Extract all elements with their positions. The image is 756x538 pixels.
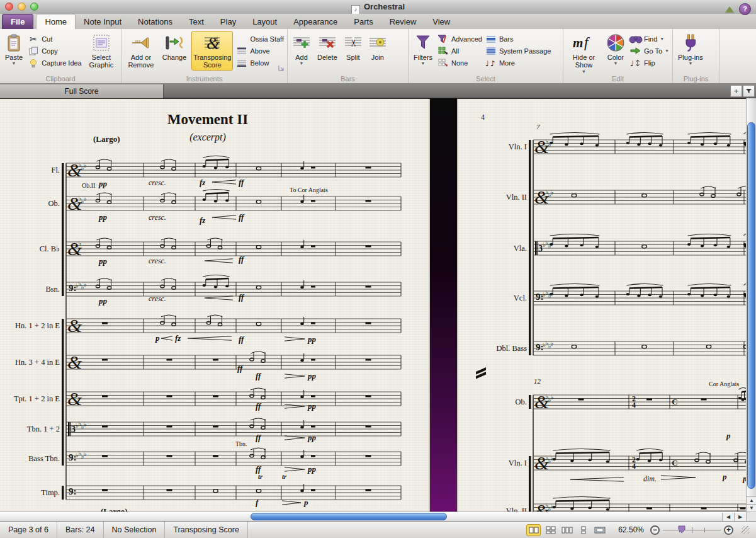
view-mode-1-button[interactable] — [526, 524, 541, 536]
select-graphic-button[interactable]: Select Graphic — [85, 31, 118, 71]
paste-button-icon — [6, 33, 21, 52]
instrument-label: Tbn. 1 + 2 — [27, 425, 60, 433]
copy-button[interactable]: Copy — [28, 45, 82, 57]
tab-notations[interactable]: Notations — [130, 14, 181, 29]
scroll-right-button[interactable]: ▶ — [734, 513, 746, 521]
horizontal-scrollbar[interactable]: ◀▶ — [0, 512, 746, 521]
scroll-left-button[interactable]: ◀ — [722, 513, 734, 521]
go-to-button[interactable]: Go To▼ — [630, 45, 669, 57]
transposing-score-button[interactable]: &♯Transposing Score — [191, 31, 233, 71]
paste-button[interactable]: Paste▼ — [3, 31, 25, 67]
capture-idea-button[interactable]: Capture Idea — [28, 57, 82, 69]
svg-text:4: 4 — [632, 462, 636, 471]
cut-button[interactable]: ✂Cut — [28, 33, 82, 45]
go-to-button-label: Go To — [644, 47, 662, 55]
svg-text:♭: ♭ — [84, 450, 87, 457]
hide-or-show-button[interactable]: mfHide or Show▼ — [567, 31, 601, 75]
select-all-button[interactable]: All — [437, 45, 482, 57]
new-tab-button[interactable]: + — [730, 85, 742, 97]
filters-button[interactable]: Filters▼ — [412, 31, 434, 67]
select-bars-button-icon — [486, 35, 496, 43]
close-button[interactable] — [5, 3, 13, 11]
chevron-down-icon: ▼ — [300, 61, 304, 66]
view-mode-4-button[interactable] — [577, 525, 590, 535]
split-bar-button[interactable]: ✂Split — [342, 31, 364, 62]
zoom-window-button[interactable] — [30, 3, 38, 11]
instrument-label: Fl. — [51, 166, 60, 175]
minimize-ribbon-icon[interactable] — [725, 6, 734, 13]
minimize-button[interactable] — [18, 3, 26, 11]
select-none-button[interactable]: None — [437, 57, 482, 69]
change-button-icon — [164, 35, 184, 51]
tab-play[interactable]: Play — [212, 14, 244, 29]
chevron-down-icon: ▼ — [12, 61, 16, 66]
scroll-up-button[interactable]: ▲ — [747, 496, 756, 504]
svg-text:C: C — [672, 458, 677, 467]
view-mode-2-button[interactable] — [544, 525, 557, 535]
view-mode-5-button[interactable] — [593, 525, 606, 535]
tab-home[interactable]: Home — [36, 14, 76, 29]
select-more-button[interactable]: ♩♪More — [485, 57, 551, 69]
score-text: pp — [98, 296, 108, 306]
tab-full-score[interactable]: Full Score — [0, 84, 164, 98]
add-or-remove-button[interactable]: Add or Remove — [125, 31, 157, 71]
tab-parts[interactable]: Parts — [346, 14, 381, 29]
tab-appearance[interactable]: Appearance — [285, 14, 346, 29]
join-bars-button[interactable]: Join — [367, 31, 388, 62]
chevron-down-icon: ▼ — [688, 61, 692, 66]
select-bars-button[interactable]: Bars — [485, 33, 551, 45]
plug-ins-button[interactable]: Plug-ins▼ — [676, 31, 705, 67]
left-page[interactable]: Fl.&♭♭♭♭Ob.&♭♭♭♭Cl. B♭&♭♭Bsn.9:♭♭♭♭Hn. 1… — [0, 99, 430, 521]
zoom-out-button[interactable]: − — [650, 525, 660, 535]
scroll-down-button[interactable]: ▼ — [747, 504, 756, 512]
change-button[interactable]: Change — [161, 31, 189, 62]
score-text: pp — [307, 371, 317, 381]
score-text: pp — [307, 401, 317, 411]
page-gap — [429, 98, 457, 521]
zoom-in-button[interactable]: + — [724, 525, 733, 535]
score-canvas: Fl.&♭♭♭♭Ob.&♭♭♭♭Cl. B♭&♭♭Bsn.9:♭♭♭♭Hn. 1… — [0, 98, 756, 521]
treble-clef-icon: & — [67, 315, 82, 336]
ossia-above-button[interactable]: Above — [236, 45, 284, 57]
advanced-select-button-icon — [437, 35, 448, 43]
score-text: ff — [239, 212, 245, 222]
instrument-label: Vln. II — [506, 193, 527, 202]
zoom-slider-thumb[interactable] — [678, 525, 685, 535]
score-text: pp — [98, 256, 108, 266]
system-passage-button[interactable]: System Passage — [485, 45, 551, 57]
help-button[interactable]: ? — [739, 3, 751, 15]
tab-note-input[interactable]: Note Input — [76, 14, 130, 29]
h-scroll-thumb[interactable] — [251, 513, 447, 520]
find-button[interactable]: Find▼ — [630, 33, 669, 45]
tab-layout[interactable]: Layout — [244, 14, 285, 29]
select-none-button-icon — [438, 59, 448, 67]
color-button[interactable]: Color▼ — [604, 31, 627, 67]
tab-menu-button[interactable] — [743, 85, 755, 97]
delete-bars-button[interactable]: Delete — [315, 31, 339, 62]
vertical-scrollbar[interactable]: ▲▼ — [746, 98, 756, 512]
score-text: ff — [256, 401, 262, 411]
tab-text[interactable]: Text — [181, 14, 212, 29]
page-indicator: Page 3 of 6 — [0, 522, 57, 538]
tab-view[interactable]: View — [424, 14, 458, 29]
ossia-below-button[interactable]: Below — [236, 57, 284, 69]
treble-clef-icon: & — [67, 352, 82, 372]
add-bars-button[interactable]: Add▼ — [291, 31, 312, 67]
alto-clef-icon: 3 — [71, 425, 76, 434]
advanced-select-button[interactable]: Advanced — [437, 33, 482, 45]
dialog-launcher-icon[interactable] — [278, 62, 285, 74]
flip-button[interactable]: ♩Flip — [630, 57, 669, 69]
view-mode-3-button[interactable] — [560, 525, 573, 535]
right-page[interactable]: Vln. I&♭♭♭♭Vln. II&♭♭♭♭Vla.3♭♭♭♭Vcl.9:♭♭… — [457, 99, 748, 521]
instrument-label: Vcl. — [514, 294, 527, 302]
tab-file[interactable]: File — [2, 14, 33, 29]
add-bars-button-label: Add — [295, 54, 308, 61]
zoom-slider[interactable] — [663, 525, 721, 534]
paste-button-label: Paste — [5, 54, 23, 61]
tab-review[interactable]: Review — [381, 14, 425, 29]
v-scroll-thumb[interactable] — [747, 122, 755, 489]
delete-bars-button-icon — [319, 36, 336, 50]
resize-grip[interactable] — [742, 526, 750, 534]
svg-text:♩: ♩ — [485, 59, 489, 67]
instrument-label: Dbl. Bass — [496, 344, 527, 353]
